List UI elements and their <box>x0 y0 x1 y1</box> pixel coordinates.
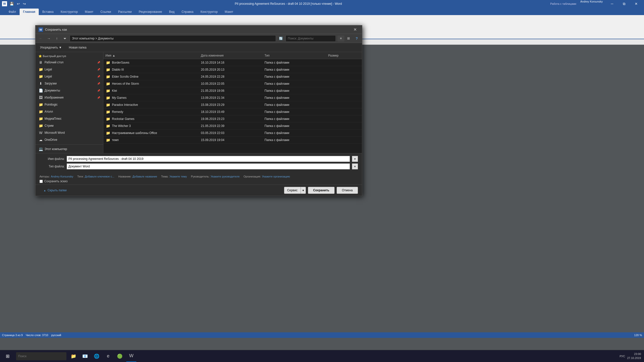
word-close-btn[interactable]: ✕ <box>630 0 642 8</box>
table-row[interactable]: 📁Настраиваемые шаблоны Office03.05.2019 … <box>103 129 362 137</box>
dialog-metadata: Авторы: Andrey Korsunsky Теги: Добавьте … <box>35 173 362 178</box>
nav-back-btn[interactable]: ← <box>37 35 44 42</box>
quick-access-redo[interactable]: ↪ <box>23 2 26 6</box>
ribbon-tab-10[interactable]: Конструктор <box>197 9 221 15</box>
table-row[interactable]: 📁Remedy18.10.2019 15:49Папка с файлами <box>103 108 362 115</box>
sidebar-item-stream[interactable]: 📁Стрим <box>35 122 103 129</box>
word-restore-btn[interactable]: ⧉ <box>618 0 630 8</box>
legal2-icon: 📁 <box>38 74 43 79</box>
ribbon-tab-8[interactable]: Вид <box>166 9 178 15</box>
taskbar-icon-greenapp[interactable]: 🟢 <box>115 350 125 362</box>
table-row[interactable]: 📁Heroes of the Storm10.05.2019 22:05Папк… <box>103 80 362 87</box>
sidebar-item-label-legal1: Legal <box>45 68 52 71</box>
taskbar-icon-word[interactable]: W <box>126 350 136 362</box>
dialog-close-btn[interactable]: ✕ <box>351 26 359 34</box>
service-btn[interactable]: Сервис <box>284 187 301 194</box>
folder-icon-1: 📁 <box>105 67 110 72</box>
filename-input[interactable] <box>67 156 350 162</box>
ribbon-tab-4[interactable]: Макет <box>81 9 97 15</box>
taskbar-search[interactable] <box>16 352 66 360</box>
stream-icon: 📁 <box>38 123 43 128</box>
sidebar-item-this_pc[interactable]: 💻Этот компьютер <box>35 146 103 153</box>
table-row[interactable]: 📁The Witcher 321.05.2019 22:39Папка с фа… <box>103 122 362 129</box>
file-date-1: 20.05.2019 20:13 <box>201 68 265 71</box>
filename-dropdown-arrow[interactable]: ▼ <box>352 156 358 162</box>
new-folder-btn[interactable]: Новая папка <box>66 44 89 51</box>
view-details-btn[interactable]: ≡ <box>337 35 344 41</box>
table-row[interactable]: 📁My Games13.09.2019 21:34Папка с файлами <box>103 94 362 101</box>
sidebar-item-downloads[interactable]: ⬇Загрузки📌 <box>35 80 103 87</box>
sidebar-item-label-msword: Microsoft Word <box>45 131 65 134</box>
col-header-name[interactable]: Имя ▲ <box>105 54 201 57</box>
sidebar-item-label-stream: Стрим <box>45 124 54 127</box>
sidebar-item-mediaplus[interactable]: 📁МедиаПлюс <box>35 115 103 122</box>
nav-recent-btn[interactable]: ⏷ <box>62 35 68 42</box>
sidebar-item-desktop[interactable]: 🖥Рабочий стол📌 <box>35 59 103 66</box>
refresh-btn[interactable]: 🔄 <box>277 35 284 42</box>
taskbar-icon-edge[interactable]: e <box>103 350 113 362</box>
table-row[interactable]: 📁Paradox Interactive15.08.2019 23:29Папк… <box>103 101 362 108</box>
word-minimize-btn[interactable]: ─ <box>606 0 618 8</box>
file-name-10: 📁Настраиваемые шаблоны Office <box>105 130 201 135</box>
ribbon-tab-7[interactable]: Рецензирование <box>135 9 166 15</box>
col-header-size[interactable]: Размер <box>328 54 360 57</box>
dialog-toolbar: Упорядочить ▼ Новая папка <box>35 43 362 52</box>
sidebar-item-legal1[interactable]: 📁Legal📌 <box>35 66 103 73</box>
save-as-dialog: W Сохранить как ✕ ← → ↑ ⏷ Этот компьютер… <box>35 25 362 196</box>
table-row[interactable]: 📁Rockstar Games19.06.2019 23:23Папка с ф… <box>103 115 362 122</box>
quick-access-undo[interactable]: ↩ <box>17 2 20 6</box>
view-toggle: ≡ ⊞ <box>337 35 352 41</box>
filetype-input[interactable] <box>67 163 350 169</box>
sidebar-item-documents[interactable]: 📄Документы📌 <box>35 87 103 94</box>
ribbon-tab-0[interactable]: Файл <box>5 9 20 15</box>
help-btn[interactable]: ? <box>353 35 360 42</box>
col-header-date[interactable]: Дата изменения <box>201 54 265 57</box>
save-thumbnail-checkbox[interactable] <box>39 180 43 183</box>
dialog-bottom: Имя файла: ▼ Тип файла: ▼ <box>35 153 362 173</box>
nav-forward-btn[interactable]: → <box>46 35 52 42</box>
sidebar-item-onedrive[interactable]: ☁OneDrive <box>35 136 103 143</box>
sidebar-item-images[interactable]: 🖼Изображения📌 <box>35 94 103 101</box>
taskbar-icon-explorer[interactable]: 📁 <box>68 350 78 362</box>
quick-access-save[interactable]: 💾 <box>10 2 14 6</box>
folder-icon-6: 📁 <box>105 102 110 107</box>
sidebar-item-legal2[interactable]: 📁Legal📌 <box>35 73 103 80</box>
table-row[interactable]: 📁Elder Scrolls Online24.05.2019 22:28Пап… <box>103 73 362 80</box>
table-row[interactable]: 📁темп15.09.2019 19:04Папка с файлами <box>103 137 362 144</box>
table-row[interactable]: 📁BorderSaves16.10.2019 14:16Папка с файл… <box>103 59 362 66</box>
organize-btn[interactable]: Упорядочить ▼ <box>37 44 64 51</box>
service-btn-arrow[interactable]: ▼ <box>301 187 306 194</box>
cancel-btn[interactable]: Отмена <box>337 187 358 194</box>
file-name-text-11: темп <box>112 138 119 142</box>
ribbon-tab-9[interactable]: Справка <box>178 9 197 15</box>
status-words: Число слов: 3710 <box>26 334 48 337</box>
ribbon-tab-1[interactable]: Главная <box>20 9 39 15</box>
sidebar-item-pointlogic[interactable]: 📁Pointlogic <box>35 101 103 108</box>
address-path[interactable]: Этот компьютер > Документы <box>70 35 276 42</box>
folder-icon-5: 📁 <box>105 95 110 100</box>
sidebar-item-label-downloads: Загрузки <box>45 82 57 85</box>
ribbon-tab-6[interactable]: Рассылки <box>115 9 135 15</box>
table-row[interactable]: 📁Diablo III20.05.2019 20:13Папка с файла… <box>103 66 362 73</box>
save-btn[interactable]: Сохранить <box>308 187 335 194</box>
col-header-type[interactable]: Тип <box>265 54 328 57</box>
ribbon-tab-2[interactable]: Вставка <box>39 9 57 15</box>
sidebar-pin-legal1: 📌 <box>97 68 100 71</box>
ribbon-tab-11[interactable]: Макет <box>221 9 237 15</box>
ribbon-tab-5[interactable]: Ссылки <box>97 9 114 15</box>
search-input[interactable] <box>286 35 336 42</box>
sidebar-item-video[interactable]: 🎬Видео <box>35 153 103 153</box>
folder-icon-4: 📁 <box>105 88 110 93</box>
hide-folders-btn[interactable]: ▲ Скрыть папки <box>39 188 71 193</box>
filetype-dropdown-arrow[interactable]: ▼ <box>352 163 358 169</box>
taskbar-icon-chrome[interactable]: 🌐 <box>92 350 102 362</box>
sidebar-item-msword[interactable]: WMicrosoft Word <box>35 129 103 136</box>
ribbon-tab-3[interactable]: Конструктор <box>57 9 81 15</box>
table-row[interactable]: 📁Klei21.05.2019 19:06Папка с файлами <box>103 87 362 94</box>
sidebar-item-atom[interactable]: 📁Атолл <box>35 108 103 115</box>
view-large-icons-btn[interactable]: ⊞ <box>345 35 352 41</box>
start-button[interactable]: ⊞ <box>0 350 15 362</box>
file-date-3: 10.05.2019 22:05 <box>201 82 265 85</box>
nav-up-btn[interactable]: ↑ <box>54 35 60 42</box>
taskbar-icon-outlook[interactable]: 📧 <box>80 350 90 362</box>
